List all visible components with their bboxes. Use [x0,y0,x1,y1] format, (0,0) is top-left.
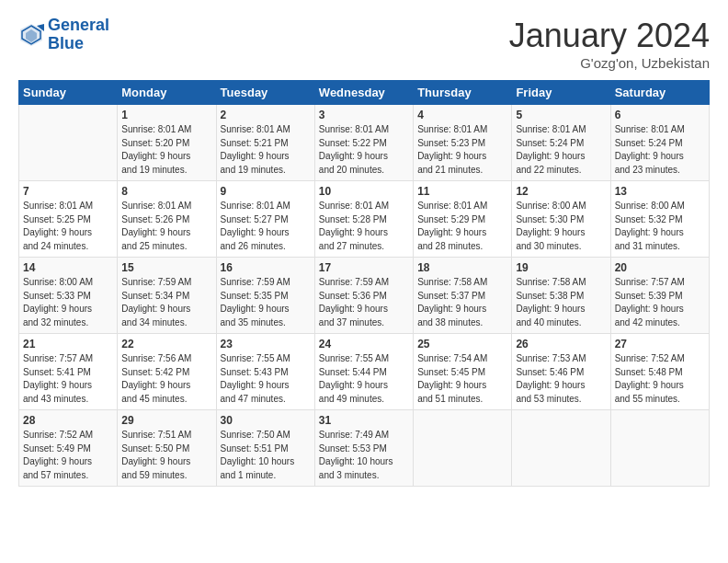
day-info: Sunrise: 7:59 AMSunset: 5:34 PMDaylight:… [121,276,211,329]
logo-icon [18,22,44,48]
day-number: 14 [23,261,113,274]
calendar-cell: 17Sunrise: 7:59 AMSunset: 5:36 PMDayligh… [314,258,413,334]
col-friday: Friday [512,81,610,105]
calendar-cell: 23Sunrise: 7:55 AMSunset: 5:43 PMDayligh… [216,334,314,410]
day-number: 9 [221,185,311,198]
day-number: 10 [319,185,409,198]
day-number: 19 [516,261,606,274]
calendar-cell: 15Sunrise: 7:59 AMSunset: 5:34 PMDayligh… [118,258,216,334]
logo-text: General Blue [48,17,109,53]
calendar-cell: 30Sunrise: 7:50 AMSunset: 5:51 PMDayligh… [216,410,314,487]
day-number: 1 [121,109,211,121]
day-info: Sunrise: 8:01 AMSunset: 5:24 PMDaylight:… [516,123,606,177]
day-info: Sunrise: 8:00 AMSunset: 5:30 PMDaylight:… [516,200,606,253]
calendar-cell: 27Sunrise: 7:52 AMSunset: 5:48 PMDayligh… [610,334,709,410]
calendar-cell: 1Sunrise: 8:01 AMSunset: 5:20 PMDaylight… [118,105,216,181]
day-info: Sunrise: 7:59 AMSunset: 5:36 PMDaylight:… [319,276,409,329]
day-number: 11 [417,185,507,198]
day-number: 15 [121,261,211,274]
calendar-week-1: 7Sunrise: 8:01 AMSunset: 5:25 PMDaylight… [19,181,710,258]
day-number: 29 [121,414,211,427]
calendar-cell [512,410,610,487]
calendar-cell: 26Sunrise: 7:53 AMSunset: 5:46 PMDayligh… [512,334,610,410]
calendar-cell [414,410,512,487]
day-info: Sunrise: 7:58 AMSunset: 5:37 PMDaylight:… [417,276,507,329]
col-tuesday: Tuesday [216,81,314,105]
day-number: 30 [221,414,311,427]
calendar-cell: 24Sunrise: 7:55 AMSunset: 5:44 PMDayligh… [314,334,413,410]
calendar-cell: 7Sunrise: 8:01 AMSunset: 5:25 PMDaylight… [19,181,118,258]
month-title: January 2024 [509,17,710,55]
calendar-cell: 29Sunrise: 7:51 AMSunset: 5:50 PMDayligh… [118,410,216,487]
day-number: 17 [319,261,409,274]
header: General Blue January 2024 G'ozg'on, Uzbe… [18,17,710,71]
calendar-week-4: 28Sunrise: 7:52 AMSunset: 5:49 PMDayligh… [19,410,710,487]
day-number: 24 [319,338,409,350]
day-number: 18 [417,261,507,274]
day-number: 25 [417,338,507,350]
day-info: Sunrise: 8:01 AMSunset: 5:29 PMDaylight:… [417,200,507,253]
day-info: Sunrise: 8:01 AMSunset: 5:23 PMDaylight:… [417,123,507,177]
day-number: 3 [319,109,409,121]
day-info: Sunrise: 7:57 AMSunset: 5:39 PMDaylight:… [615,276,705,329]
calendar-cell: 9Sunrise: 8:01 AMSunset: 5:27 PMDaylight… [216,181,314,258]
day-info: Sunrise: 8:01 AMSunset: 5:28 PMDaylight:… [319,200,409,253]
day-number: 28 [23,414,113,427]
calendar-cell: 18Sunrise: 7:58 AMSunset: 5:37 PMDayligh… [414,258,512,334]
day-info: Sunrise: 7:49 AMSunset: 5:53 PMDaylight:… [319,429,409,482]
calendar-cell: 20Sunrise: 7:57 AMSunset: 5:39 PMDayligh… [610,258,709,334]
page-container: General Blue January 2024 G'ozg'on, Uzbe… [0,0,728,496]
day-number: 7 [23,185,113,198]
col-thursday: Thursday [414,81,512,105]
col-monday: Monday [118,81,216,105]
calendar-week-2: 14Sunrise: 8:00 AMSunset: 5:33 PMDayligh… [19,258,710,334]
day-info: Sunrise: 7:56 AMSunset: 5:42 PMDaylight:… [121,352,211,406]
day-info: Sunrise: 8:01 AMSunset: 5:21 PMDaylight:… [221,123,311,177]
logo-general: General [48,16,109,34]
day-info: Sunrise: 7:53 AMSunset: 5:46 PMDaylight:… [516,352,606,406]
day-number: 20 [615,261,705,274]
header-row: Sunday Monday Tuesday Wednesday Thursday… [19,81,710,105]
calendar-cell: 22Sunrise: 7:56 AMSunset: 5:42 PMDayligh… [118,334,216,410]
day-info: Sunrise: 7:59 AMSunset: 5:35 PMDaylight:… [221,276,311,329]
location: G'ozg'on, Uzbekistan [509,55,710,71]
day-number: 8 [121,185,211,198]
day-info: Sunrise: 8:00 AMSunset: 5:32 PMDaylight:… [615,200,705,253]
day-number: 4 [417,109,507,121]
calendar-cell: 19Sunrise: 7:58 AMSunset: 5:38 PMDayligh… [512,258,610,334]
day-info: Sunrise: 8:01 AMSunset: 5:20 PMDaylight:… [121,123,211,177]
logo: General Blue [18,17,109,53]
day-number: 6 [615,109,705,121]
day-info: Sunrise: 7:57 AMSunset: 5:41 PMDaylight:… [23,352,113,406]
day-number: 16 [221,261,311,274]
day-info: Sunrise: 7:52 AMSunset: 5:49 PMDaylight:… [23,429,113,482]
calendar-cell: 12Sunrise: 8:00 AMSunset: 5:30 PMDayligh… [512,181,610,258]
day-info: Sunrise: 7:50 AMSunset: 5:51 PMDaylight:… [221,429,311,482]
logo-blue: Blue [48,34,84,52]
day-number: 5 [516,109,606,121]
calendar-cell: 8Sunrise: 8:01 AMSunset: 5:26 PMDaylight… [118,181,216,258]
day-number: 22 [121,338,211,350]
day-number: 12 [516,185,606,198]
day-info: Sunrise: 8:00 AMSunset: 5:33 PMDaylight:… [23,276,113,329]
day-info: Sunrise: 7:51 AMSunset: 5:50 PMDaylight:… [121,429,211,482]
day-info: Sunrise: 7:58 AMSunset: 5:38 PMDaylight:… [516,276,606,329]
day-info: Sunrise: 7:55 AMSunset: 5:43 PMDaylight:… [221,352,311,406]
calendar-cell: 16Sunrise: 7:59 AMSunset: 5:35 PMDayligh… [216,258,314,334]
calendar-week-3: 21Sunrise: 7:57 AMSunset: 5:41 PMDayligh… [19,334,710,410]
day-number: 26 [516,338,606,350]
calendar-cell: 10Sunrise: 8:01 AMSunset: 5:28 PMDayligh… [314,181,413,258]
calendar-cell: 5Sunrise: 8:01 AMSunset: 5:24 PMDaylight… [512,105,610,181]
calendar-cell: 14Sunrise: 8:00 AMSunset: 5:33 PMDayligh… [19,258,118,334]
day-info: Sunrise: 8:01 AMSunset: 5:26 PMDaylight:… [121,200,211,253]
day-number: 2 [221,109,311,121]
calendar-cell: 28Sunrise: 7:52 AMSunset: 5:49 PMDayligh… [19,410,118,487]
calendar-cell: 6Sunrise: 8:01 AMSunset: 5:24 PMDaylight… [610,105,709,181]
day-info: Sunrise: 8:01 AMSunset: 5:22 PMDaylight:… [319,123,409,177]
day-info: Sunrise: 8:01 AMSunset: 5:25 PMDaylight:… [23,200,113,253]
day-info: Sunrise: 8:01 AMSunset: 5:27 PMDaylight:… [221,200,311,253]
calendar-week-0: 1Sunrise: 8:01 AMSunset: 5:20 PMDaylight… [19,105,710,181]
title-area: January 2024 G'ozg'on, Uzbekistan [509,17,710,71]
calendar-cell [19,105,118,181]
calendar-cell: 25Sunrise: 7:54 AMSunset: 5:45 PMDayligh… [414,334,512,410]
